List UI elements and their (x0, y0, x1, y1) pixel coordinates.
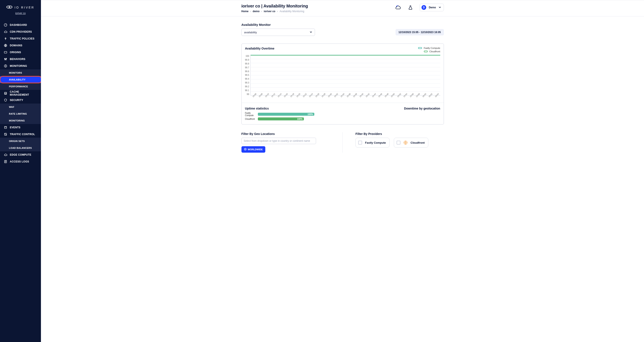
sidebar-item-availability[interactable]: AVAILABILITY (0, 76, 41, 83)
legend-swatch-icon (424, 51, 428, 52)
svg-rect-11 (4, 133, 6, 135)
sidebar-item-origins[interactable]: ORIGINS (0, 49, 41, 56)
nav-label: RATE LIMITING (9, 112, 27, 115)
brand-subtitle[interactable]: ioriver co (15, 12, 26, 15)
downtime-title: Downtime by geolocation (404, 107, 440, 110)
chart-title: Availability Overtime (245, 47, 274, 50)
nav-label: WAF (9, 106, 14, 108)
filter-geo-title: Filter By Geo Locations (242, 132, 330, 135)
uptime-label: Fastly Compute (245, 112, 256, 117)
time-range-display[interactable]: 12/10/2023 15:05 - 12/10/2023 16:05 (396, 29, 444, 36)
chevron-down-icon (438, 6, 441, 9)
y-tick: 99 (247, 93, 249, 95)
calendar-icon (4, 126, 7, 129)
sidebar-item-events[interactable]: EVENTS (0, 124, 41, 131)
sidebar-item-dashboard[interactable]: DASHBOARD (0, 22, 41, 28)
y-tick: 99.5 (245, 74, 249, 76)
geo-placeholder: Select from dropdown or type in country … (244, 139, 310, 142)
sidebar-item-traffic-control[interactable]: TRAFFIC CONTROL (0, 131, 41, 138)
sidebar-item-rate-limiting[interactable]: RATE LIMITING (0, 110, 41, 117)
nav-label: EVENTS (10, 126, 20, 129)
topbar: ioriver co | Availability Monitoring Hom… (41, 0, 644, 17)
nav-label: DASHBOARD (10, 24, 27, 27)
sidebar-item-cache-management[interactable]: CACHE MANAGEMENT (0, 90, 41, 97)
svg-point-12 (5, 134, 5, 134)
y-tick: 99.3 (245, 82, 249, 84)
sidebar-item-behaviors[interactable]: BEHAVIORS (0, 56, 41, 63)
nav-label: EDGE COMPUTE (10, 153, 31, 156)
monitor-selected-value: availability (244, 31, 257, 34)
chart-series-line (250, 55, 440, 56)
sidebar-item-load-balancers[interactable]: LOAD BALANCERS (0, 144, 41, 151)
logs-icon (4, 160, 7, 163)
cloud-icon (4, 30, 7, 34)
nav-label: TRAFFIC CONTROL (10, 133, 35, 136)
legend-label: Cloudfront (430, 50, 440, 53)
chevron-right-icon: › (277, 10, 278, 13)
user-menu[interactable]: D Demo (420, 4, 444, 11)
nav-label: TRAFFIC POLICIES (10, 37, 34, 40)
sidebar-item-security-monitoring[interactable]: MONITORING (0, 117, 41, 124)
sidebar-item-access-logs[interactable]: ACCESS LOGS (0, 158, 41, 165)
sidebar-item-cdn-providers[interactable]: CDN PROVIDERS (0, 28, 41, 35)
sidebar-item-origin-sets[interactable]: ORIGIN SETS (0, 138, 41, 144)
sidebar-item-waf[interactable]: WAF (0, 104, 41, 110)
nav-label: BEHAVIORS (10, 58, 25, 61)
brand-name: IO RIVER (14, 6, 34, 9)
breadcrumb-current: Availability Monitoring (280, 10, 304, 13)
nav-label: CACHE MANAGEMENT (10, 90, 37, 96)
sidebar-item-monitoring[interactable]: MONITORING (0, 63, 41, 69)
worldwide-chip[interactable]: WORLDWIDE (242, 146, 265, 153)
sidebar-item-monitors[interactable]: MONITORS (0, 69, 41, 76)
nav-label: PERFORMANCE (9, 85, 28, 88)
sidebar-item-edge-compute[interactable]: EDGE COMPUTE (0, 151, 41, 158)
y-tick: 99.4 (245, 78, 249, 80)
control-icon (4, 133, 7, 136)
nav-label: SECURITY (10, 99, 23, 102)
provider-card-cloudfront[interactable]: Cloudfront (394, 138, 428, 147)
checkbox[interactable] (358, 141, 362, 144)
sidebar-item-performance[interactable]: PERFORMANCE (0, 83, 41, 90)
cloud-status-icon[interactable] (395, 4, 401, 11)
sidebar-item-security[interactable]: SECURITY (0, 97, 41, 104)
svg-rect-10 (4, 126, 6, 128)
sidebar-item-domains[interactable]: DOMAINS (0, 42, 41, 49)
globe-icon (4, 44, 7, 47)
availability-chart: 10099.999.899.799.699.599.499.399.299.19… (245, 55, 440, 95)
legend-item-cloudfront[interactable]: Cloudfront (424, 50, 440, 53)
breadcrumb-ioriver[interactable]: ioriver co (264, 10, 275, 13)
chart-plot-area (250, 55, 440, 95)
y-tick: 99.9 (245, 59, 249, 61)
brand-block: IO RIVER ioriver co (0, 0, 41, 17)
provider-card-fastly[interactable]: Fastly Compute (356, 138, 390, 147)
y-tick: 99.8 (245, 63, 249, 65)
legend-label: Fastly Compute (424, 47, 440, 49)
uptime-bar: 100% (258, 117, 304, 120)
breadcrumb-demo[interactable]: demo (253, 10, 260, 13)
legend-item-fastly[interactable]: Fastly Compute (418, 47, 440, 49)
legend-swatch-icon (418, 47, 422, 49)
heartbeat-icon (4, 64, 7, 68)
nav-label: DOMAINS (10, 44, 22, 47)
monitor-section-title: Availability Monitor (242, 23, 444, 27)
filter-providers-title: Filter By Providers (356, 132, 444, 135)
avatar: D (422, 5, 426, 10)
server-icon (4, 51, 7, 54)
uptime-label: Cloudfront (245, 118, 256, 120)
geo-filter-input[interactable]: Select from dropdown or type in country … (242, 138, 316, 144)
uptime-row-cloudfront: Cloudfront 100% (245, 117, 314, 120)
sidebar: IO RIVER ioriver co DASHBOARD CDN PROVID… (0, 0, 41, 342)
y-tick: 99.7 (245, 66, 249, 69)
nav-label: ORIGINS (10, 51, 21, 54)
chart-legend: Fastly Compute Cloudfront (418, 47, 440, 53)
uptime-bar: 100% (258, 113, 314, 116)
flask-icon[interactable] (407, 4, 414, 11)
cpu-icon (4, 153, 7, 156)
checkbox[interactable] (396, 141, 400, 144)
shield-icon (4, 98, 7, 102)
nav-label: ORIGIN SETS (9, 140, 25, 142)
breadcrumb-home[interactable]: Home (242, 10, 248, 13)
monitor-select[interactable]: availability (242, 29, 315, 36)
cloudfront-logo-icon (404, 140, 408, 145)
sidebar-item-traffic-policies[interactable]: TRAFFIC POLICIES (0, 35, 41, 42)
